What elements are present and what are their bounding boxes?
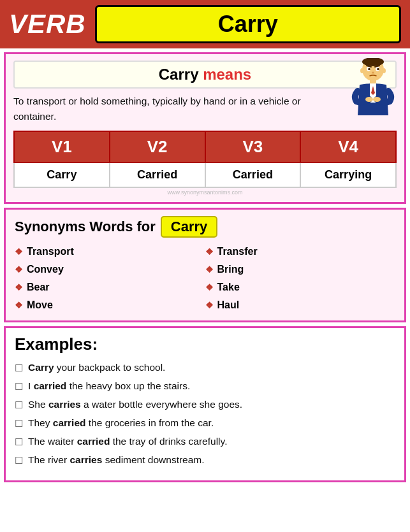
svg-point-17: [373, 97, 381, 102]
synonym-haul: ❖ Haul: [205, 298, 396, 313]
v3-value: Carried: [205, 162, 301, 187]
synonym-convey: ❖ Convey: [15, 262, 205, 277]
verb-label: VERB: [9, 9, 86, 40]
svg-point-16: [365, 97, 373, 102]
examples-title: Examples:: [15, 334, 395, 354]
meaning-title-box: Carry means: [13, 61, 397, 89]
example-2: ☐ I carried the heavy box up the stairs.: [15, 379, 395, 393]
checkbox-icon-1: ☐: [15, 361, 23, 375]
diamond-icon-6: ❖: [205, 282, 214, 292]
example-5: ☐ The waiter carried the tray of drinks …: [15, 435, 395, 449]
diamond-icon-8: ❖: [205, 300, 214, 310]
checkbox-icon-6: ☐: [15, 454, 23, 467]
diamond-icon-2: ❖: [205, 247, 214, 257]
character-illustration: [347, 58, 399, 122]
checkbox-icon-4: ☐: [15, 417, 23, 430]
meaning-carry: Carry: [159, 66, 199, 83]
header: VERB Carry: [0, 0, 410, 48]
v2-value: Carried: [110, 162, 205, 187]
synonym-label: Haul: [217, 299, 240, 311]
synonyms-grid: ❖ Transport ❖ Transfer ❖ Convey ❖ Bring …: [15, 244, 395, 313]
watermark: www.synonymsantonims.com: [13, 188, 397, 197]
synonym-bring: ❖ Bring: [205, 262, 396, 277]
synonyms-section: Synonyms Words for Carry ❖ Transport ❖ T…: [4, 208, 406, 322]
example-2-text: I carried the heavy box up the stairs.: [28, 379, 190, 393]
v1-header: V1: [14, 131, 110, 162]
meaning-section: Carry means To transport or hold somethi…: [4, 52, 406, 204]
synonym-label: Transport: [27, 246, 74, 257]
synonym-transport: ❖ Transport: [15, 244, 205, 259]
v3-header: V3: [205, 131, 301, 162]
diamond-icon-5: ❖: [15, 282, 23, 292]
example-6-text: The river carries sediment downstream.: [28, 453, 205, 467]
example-1: ☐ Carry your backpack to school.: [15, 361, 395, 375]
synonym-bear: ❖ Bear: [15, 280, 205, 295]
synonym-label: Take: [217, 282, 240, 293]
synonym-label: Bear: [27, 282, 50, 293]
example-3-text: She carries a water bottle everywhere sh…: [28, 398, 242, 412]
example-5-text: The waiter carried the tray of drinks ca…: [28, 435, 227, 449]
v4-value: Carrying: [300, 162, 396, 187]
v2-header: V2: [110, 131, 205, 162]
diamond-icon-7: ❖: [15, 300, 23, 310]
diamond-icon-1: ❖: [15, 247, 23, 257]
checkbox-icon-5: ☐: [15, 435, 23, 449]
diamond-icon-4: ❖: [205, 264, 214, 275]
meaning-means: means: [199, 66, 252, 83]
header-word-box: Carry: [95, 5, 401, 43]
examples-section: Examples: ☐ Carry your backpack to schoo…: [4, 326, 406, 482]
svg-point-5: [377, 68, 379, 71]
svg-point-9: [360, 68, 364, 73]
diamond-icon-3: ❖: [15, 264, 23, 275]
example-6: ☐ The river carries sediment downstream.: [15, 453, 395, 467]
synonym-label: Bring: [217, 264, 244, 275]
synonym-label: Move: [27, 299, 53, 311]
synonym-label: Transfer: [217, 246, 258, 257]
verb-forms-table: V1 V2 V3 V4 Carry Carried Carried Carryi…: [13, 131, 397, 188]
synonyms-title: Synonyms Words for Carry: [15, 216, 395, 238]
synonym-label: Convey: [27, 264, 64, 275]
synonym-take: ❖ Take: [205, 280, 396, 295]
svg-point-4: [368, 68, 370, 71]
example-1-text: Carry your backpack to school.: [28, 361, 165, 375]
synonym-move: ❖ Move: [15, 298, 205, 313]
v1-value: Carry: [14, 162, 110, 187]
example-4: ☐ They carried the groceries in from the…: [15, 416, 395, 430]
example-3: ☐ She carries a water bottle everywhere …: [15, 398, 395, 412]
synonyms-carry-word: Carry: [161, 216, 217, 238]
checkbox-icon-3: ☐: [15, 398, 23, 412]
synonym-transfer: ❖ Transfer: [205, 244, 396, 259]
v4-header: V4: [300, 131, 396, 162]
checkbox-icon-2: ☐: [15, 380, 23, 393]
svg-point-8: [372, 72, 374, 74]
example-4-text: They carried the groceries in from the c…: [28, 416, 214, 430]
svg-point-10: [382, 68, 386, 73]
synonyms-title-text: Synonyms Words for: [15, 219, 156, 235]
meaning-text: To transport or hold something, typicall…: [13, 94, 305, 124]
